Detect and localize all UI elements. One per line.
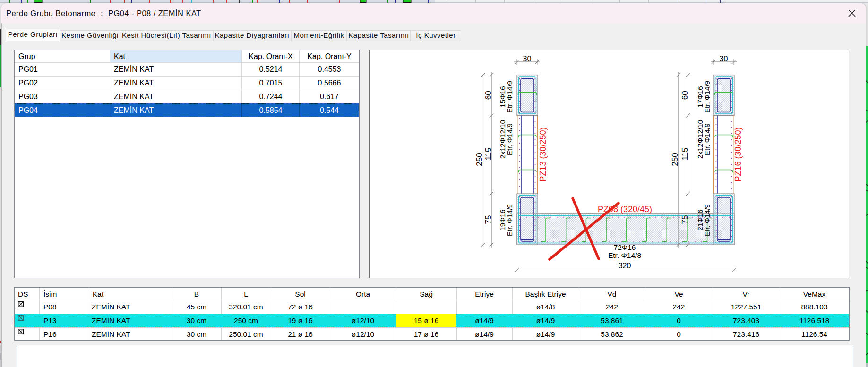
svg-text:75: 75 (680, 215, 689, 224)
svg-text:PZ16 (30/250): PZ16 (30/250) (733, 127, 743, 181)
svg-text:60: 60 (484, 91, 493, 100)
svg-text:60: 60 (680, 91, 689, 100)
svg-text:72Φ16: 72Φ16 (614, 243, 636, 251)
svg-text:Etr. Φ14/9: Etr. Φ14/9 (703, 204, 711, 236)
svg-text:Etr. Φ14/9: Etr. Φ14/9 (703, 123, 711, 155)
svg-text:115: 115 (680, 147, 689, 160)
svg-text:75: 75 (484, 215, 493, 224)
svg-text:250: 250 (475, 153, 484, 166)
svg-text:115: 115 (484, 147, 493, 160)
svg-text:320: 320 (619, 262, 631, 270)
svg-text:Etr. Φ14/9: Etr. Φ14/9 (703, 81, 711, 113)
svg-text:30: 30 (720, 55, 728, 63)
svg-text:Etr. Φ14/8: Etr. Φ14/8 (608, 251, 641, 259)
svg-text:30: 30 (523, 55, 532, 63)
svg-text:PZ13 (30/250): PZ13 (30/250) (538, 127, 548, 181)
svg-text:Etr. Φ14/9: Etr. Φ14/9 (506, 204, 514, 236)
svg-text:250: 250 (670, 153, 679, 166)
svg-text:Etr. Φ14/9: Etr. Φ14/9 (506, 123, 514, 155)
svg-text:Etr. Φ14/9: Etr. Φ14/9 (506, 81, 514, 113)
